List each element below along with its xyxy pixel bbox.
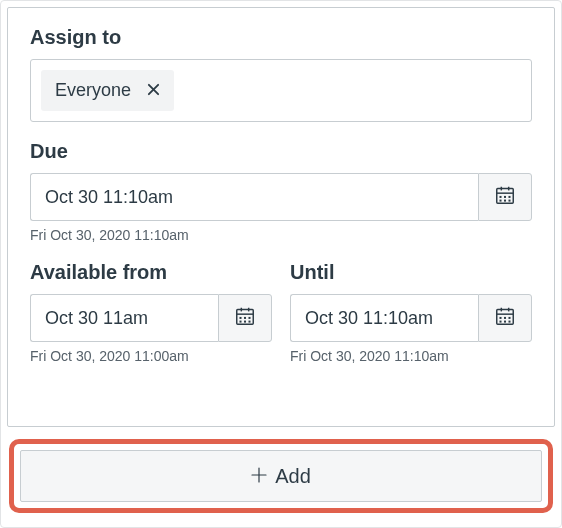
available-from-input-row <box>30 294 272 342</box>
svg-rect-31 <box>508 321 510 323</box>
until-calendar-button[interactable] <box>478 294 532 342</box>
due-hint: Fri Oct 30, 2020 11:10am <box>30 227 532 243</box>
assign-token-everyone[interactable]: Everyone <box>41 70 174 111</box>
available-from-label: Available from <box>30 261 272 284</box>
calendar-icon <box>234 305 256 331</box>
until-label: Until <box>290 261 532 284</box>
assign-to-input[interactable]: Everyone <box>30 59 532 122</box>
add-highlight: Add <box>9 439 553 513</box>
svg-rect-28 <box>508 317 510 319</box>
availability-row: Available from <box>30 261 532 364</box>
calendar-icon <box>494 305 516 331</box>
svg-rect-29 <box>500 321 502 323</box>
add-button[interactable]: Add <box>20 450 542 502</box>
svg-rect-30 <box>504 321 506 323</box>
plus-icon <box>251 466 267 486</box>
available-from-calendar-button[interactable] <box>218 294 272 342</box>
close-icon[interactable] <box>147 82 160 99</box>
add-label: Add <box>275 465 311 488</box>
available-from-input[interactable] <box>30 294 218 342</box>
svg-rect-26 <box>500 317 502 319</box>
until-input-row <box>290 294 532 342</box>
available-from-group: Available from <box>30 261 272 364</box>
due-input-row <box>30 173 532 221</box>
due-calendar-button[interactable] <box>478 173 532 221</box>
svg-rect-8 <box>508 196 510 198</box>
until-hint: Fri Oct 30, 2020 11:10am <box>290 348 532 364</box>
svg-rect-20 <box>244 321 246 323</box>
due-group: Due <box>30 140 532 243</box>
assign-token-label: Everyone <box>55 80 131 101</box>
assign-to-label: Assign to <box>30 26 532 49</box>
svg-rect-18 <box>248 317 250 319</box>
svg-rect-17 <box>244 317 246 319</box>
calendar-icon <box>494 184 516 210</box>
svg-rect-21 <box>248 321 250 323</box>
svg-rect-27 <box>504 317 506 319</box>
due-input[interactable] <box>30 173 478 221</box>
svg-rect-7 <box>504 196 506 198</box>
available-from-hint: Fri Oct 30, 2020 11:00am <box>30 348 272 364</box>
assign-inner: Assign to Everyone Due <box>7 7 555 427</box>
svg-rect-16 <box>240 317 242 319</box>
svg-rect-11 <box>508 200 510 202</box>
until-group: Until <box>290 261 532 364</box>
svg-rect-9 <box>500 200 502 202</box>
assign-card: Assign to Everyone Due <box>0 0 562 528</box>
svg-rect-6 <box>500 196 502 198</box>
due-label: Due <box>30 140 532 163</box>
until-input[interactable] <box>290 294 478 342</box>
svg-rect-19 <box>240 321 242 323</box>
svg-rect-10 <box>504 200 506 202</box>
